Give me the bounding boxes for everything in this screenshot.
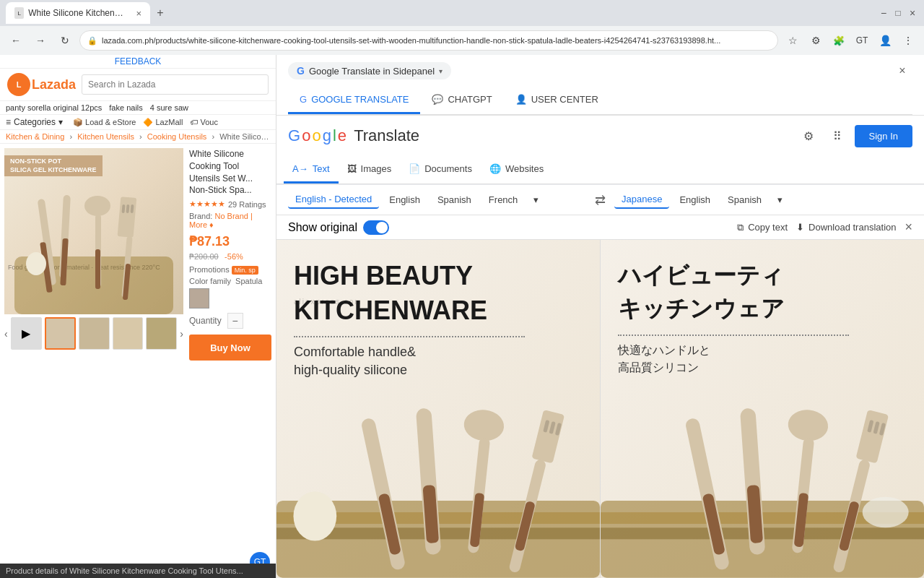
panel-dropdown-label: Google Translate in Sidepanel bbox=[309, 66, 435, 77]
target-lang-spanish[interactable]: Spanish bbox=[720, 191, 769, 208]
target-lang-more[interactable]: ▾ bbox=[772, 191, 788, 208]
thumbnail-3[interactable] bbox=[113, 317, 144, 350]
search-input[interactable] bbox=[82, 74, 269, 95]
marquee-item-1: panty sorella original 12pcs bbox=[6, 103, 102, 112]
images-icon: 🖼 bbox=[347, 163, 357, 174]
nav-item-voucher[interactable]: 🏷 Vouc bbox=[190, 118, 218, 127]
reload-button[interactable]: ↻ bbox=[55, 30, 75, 51]
marquee-item-3: 4 sure saw bbox=[150, 103, 188, 112]
browser-tab[interactable]: L White Silicone Kitchenware C... × bbox=[6, 2, 150, 24]
thumbnail-4[interactable] bbox=[146, 317, 177, 350]
signin-button[interactable]: Sign In bbox=[855, 125, 912, 147]
source-lang-spanish[interactable]: Spanish bbox=[430, 191, 479, 208]
maximize-button[interactable]: □ bbox=[892, 7, 904, 19]
original-subtitle-line1: Comfortable handle& bbox=[294, 343, 583, 361]
source-lang-detected[interactable]: English - Detected bbox=[288, 191, 379, 209]
panel-header: G Google Translate in Sidepanel ▾ × G GO… bbox=[276, 55, 924, 116]
extensions-icon[interactable]: ⚙ bbox=[806, 30, 826, 51]
svg-point-18 bbox=[293, 491, 336, 540]
nav-bar: ← → ↻ 🔒 lazada.com.ph/products/white-sil… bbox=[0, 26, 924, 55]
dropdown-arrow-icon: ▾ bbox=[439, 67, 443, 75]
download-translation-button[interactable]: ⬇ Download translation bbox=[796, 222, 896, 233]
translate-ext-icon[interactable]: GT bbox=[852, 30, 872, 51]
feedback-bar[interactable]: FEEDBACK bbox=[0, 55, 276, 69]
main-area: FEEDBACK L Lazada panty sorella original… bbox=[0, 55, 924, 578]
source-lang-french[interactable]: French bbox=[481, 191, 525, 208]
profile-icon[interactable]: 👤 bbox=[875, 30, 895, 51]
thumb-prev[interactable]: ‹ bbox=[4, 328, 8, 340]
show-original-toggle[interactable] bbox=[363, 220, 389, 235]
tab-chatgpt[interactable]: 💬 CHATGPT bbox=[420, 87, 503, 114]
color-swatch[interactable] bbox=[189, 288, 209, 309]
target-lang-english[interactable]: English bbox=[672, 191, 718, 208]
thumb-next[interactable]: › bbox=[180, 328, 183, 340]
address-bar[interactable]: 🔒 lazada.com.ph/products/white-silicone-… bbox=[79, 30, 778, 51]
brand-value[interactable]: No Brand bbox=[214, 212, 248, 220]
product-image-container: NON-STICK POT SILICA GEL KITCHENWARE Foo… bbox=[4, 148, 183, 361]
extensions-puzzle-icon[interactable]: 🧩 bbox=[829, 30, 849, 51]
copy-text-button[interactable]: ⧉ Copy text bbox=[737, 222, 788, 233]
menu-icon[interactable]: ⋮ bbox=[898, 30, 918, 51]
service-tab-websites[interactable]: 🌐 Websites bbox=[481, 156, 552, 184]
thumbnail-1[interactable] bbox=[45, 317, 76, 350]
lazada-panel: FEEDBACK L Lazada panty sorella original… bbox=[0, 55, 276, 578]
source-lang-english[interactable]: English bbox=[382, 191, 427, 208]
service-tab-documents[interactable]: 📄 Documents bbox=[400, 156, 481, 184]
panel-dropdown[interactable]: G Google Translate in Sidepanel ▾ bbox=[288, 62, 451, 79]
service-tab-text-label: Text bbox=[313, 163, 330, 174]
product-thumbnails: ‹ ▶ › bbox=[4, 317, 183, 350]
product-area: NON-STICK POT SILICA GEL KITCHENWARE Foo… bbox=[0, 144, 276, 365]
tab-google-translate[interactable]: G GOOGLE TRANSLATE bbox=[288, 87, 420, 114]
logo-translate: Translate bbox=[354, 126, 419, 145]
logo-o2: o bbox=[312, 126, 321, 145]
panel-close-button[interactable]: × bbox=[892, 61, 912, 81]
tab-user-center-label: USER CENTER bbox=[531, 94, 598, 105]
nav-item-estore[interactable]: 📦 Load & eStore bbox=[73, 118, 136, 127]
breadcrumb-kitchen-utensils[interactable]: Kitchen Utensils bbox=[77, 132, 134, 141]
translated-subtitle-line1: 快適なハンドルと bbox=[618, 342, 907, 359]
lazada-logo[interactable]: L Lazada bbox=[7, 73, 76, 96]
source-lang-more[interactable]: ▾ bbox=[528, 191, 544, 208]
svg-rect-7 bbox=[95, 249, 100, 289]
user-icon: 👤 bbox=[515, 94, 527, 105]
nav-item-lazmall[interactable]: 🔶 LazMall bbox=[143, 118, 183, 127]
categories-button[interactable]: ≡ Categories ▾ bbox=[6, 117, 63, 127]
original-subtitle-line2: high-quality silicone bbox=[294, 361, 583, 379]
minimize-button[interactable]: − bbox=[878, 7, 889, 19]
swap-languages-button[interactable]: ⇄ bbox=[589, 192, 611, 208]
text-translate-icon: A→ bbox=[292, 163, 308, 174]
buy-now-button[interactable]: Buy Now bbox=[189, 335, 271, 361]
service-tab-images[interactable]: 🖼 Images bbox=[339, 156, 401, 184]
tab-user-center[interactable]: 👤 USER CENTER bbox=[504, 87, 610, 114]
settings-button[interactable]: ⚙ bbox=[797, 124, 820, 147]
back-button[interactable]: ← bbox=[6, 30, 26, 51]
breadcrumb-cooking-utensils[interactable]: Cooking Utensils bbox=[147, 132, 207, 141]
thumbnail-2[interactable] bbox=[79, 317, 110, 350]
thumbnail-video[interactable]: ▶ bbox=[11, 317, 42, 350]
bookmark-icon[interactable]: ☆ bbox=[783, 30, 803, 51]
close-button[interactable]: × bbox=[907, 7, 918, 19]
translate-gt-icon: G bbox=[297, 65, 305, 77]
translated-utensils-area bbox=[601, 392, 924, 578]
close-translation-button[interactable]: × bbox=[905, 220, 912, 235]
current-price: ₱87.13 bbox=[189, 234, 230, 249]
forward-button[interactable]: → bbox=[30, 30, 51, 51]
tab-chatgpt-label: CHATGPT bbox=[448, 94, 492, 105]
target-lang-japanese[interactable]: Japanese bbox=[614, 191, 669, 209]
breadcrumb-kitchen-dining[interactable]: Kitchen & Dining bbox=[6, 132, 64, 141]
toggle-knob bbox=[376, 222, 388, 233]
show-original-toggle-group: Show original bbox=[288, 220, 389, 235]
show-original-bar: Show original ⧉ Copy text ⬇ Download tra… bbox=[276, 215, 924, 240]
breadcrumb: Kitchen & Dining › Kitchen Utensils › Co… bbox=[0, 130, 276, 144]
quantity-decrease[interactable]: − bbox=[227, 313, 243, 329]
banner-display: HIGH BEAUTY KITCHENWARE aliexpress.com C… bbox=[276, 240, 924, 578]
new-tab-button[interactable]: + bbox=[150, 3, 170, 23]
tab-close-icon[interactable]: × bbox=[136, 8, 141, 19]
tab-title: White Silicone Kitchenware C... bbox=[28, 8, 128, 18]
quantity-row: Quantity − bbox=[189, 313, 271, 329]
browser-window: L White Silicone Kitchenware C... × + − … bbox=[0, 0, 924, 55]
websites-icon: 🌐 bbox=[489, 163, 501, 174]
title-bar: L White Silicone Kitchenware C... × + − … bbox=[0, 0, 924, 26]
apps-button[interactable]: ⠿ bbox=[826, 124, 849, 147]
service-tab-text[interactable]: A→ Text bbox=[284, 156, 339, 184]
